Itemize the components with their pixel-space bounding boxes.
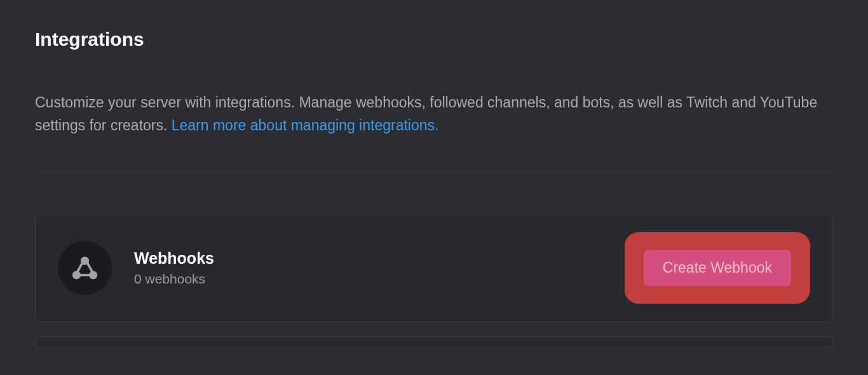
highlight-box: Create Webhook: [625, 232, 810, 304]
create-webhook-button[interactable]: Create Webhook: [644, 250, 791, 286]
card-text-section: Webhooks 0 webhooks: [134, 249, 214, 287]
card-title: Webhooks: [134, 249, 214, 268]
learn-more-link[interactable]: Learn more about managing integrations.: [172, 117, 439, 133]
card-left-section: Webhooks 0 webhooks: [58, 241, 214, 295]
divider: [35, 172, 833, 172]
webhooks-card: Webhooks 0 webhooks Create Webhook: [35, 214, 833, 322]
page-title: Integrations: [35, 29, 833, 50]
webhook-icon: [71, 254, 99, 282]
partial-card: [35, 336, 833, 348]
webhook-icon-container: [58, 241, 112, 295]
card-subtitle: 0 webhooks: [134, 271, 214, 287]
integrations-page: Integrations Customize your server with …: [0, 0, 868, 375]
page-description: Customize your server with integrations.…: [35, 92, 833, 137]
svg-point-1: [74, 272, 79, 278]
svg-point-2: [90, 272, 96, 278]
